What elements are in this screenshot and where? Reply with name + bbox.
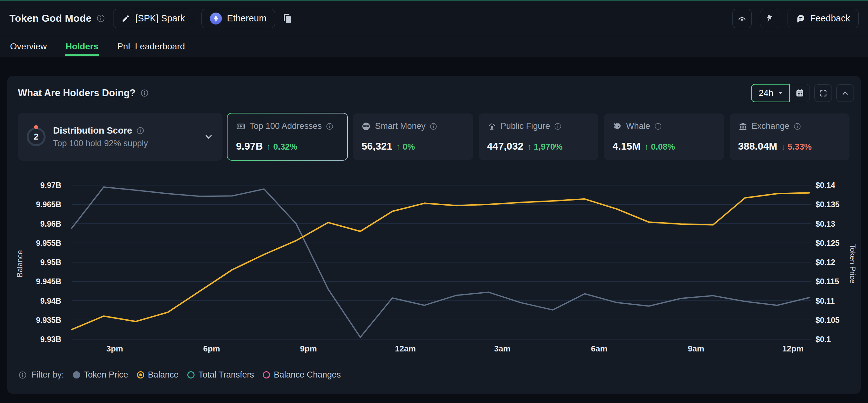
copy-icon[interactable] xyxy=(282,13,293,24)
tile-change: ↑ 0% xyxy=(396,142,415,152)
legend-item-total-transfers[interactable]: Total Transfers xyxy=(187,370,254,380)
svg-text:9pm: 9pm xyxy=(300,344,317,353)
chevron-down-icon[interactable] xyxy=(204,132,214,142)
tile-public-figure[interactable]: Public Figure 447,032 ↑ 1,970% xyxy=(478,113,599,161)
sunglasses-icon xyxy=(362,122,371,131)
card-controls: 24h xyxy=(751,84,854,102)
tile-change: ↑ 0.32% xyxy=(267,142,297,152)
timeframe-group: 24h xyxy=(751,84,810,102)
tile-change: ↑ 1,970% xyxy=(527,142,562,152)
legend-prefix: Filter by: xyxy=(19,370,64,380)
feedback-button[interactable]: Feedback xyxy=(787,9,859,28)
chat-bubble-icon xyxy=(796,14,805,23)
svg-text:3pm: 3pm xyxy=(106,344,123,353)
pin-icon xyxy=(765,14,774,23)
network-select-label: Ethereum xyxy=(227,13,267,24)
info-icon[interactable] xyxy=(96,14,105,23)
token-select-label: [SPK] Spark xyxy=(135,13,185,24)
tab-pnl-leaderboard[interactable]: PnL Leaderboard xyxy=(117,36,185,57)
distribution-text: Distribution Score Top 100 hold 92% supp… xyxy=(53,125,148,148)
chart-legend: Filter by: Token Price Balance Total Tra… xyxy=(19,370,341,380)
legend-item-balance-changes[interactable]: Balance Changes xyxy=(263,370,341,380)
legend-item-label: Balance xyxy=(148,370,179,380)
pin-button[interactable] xyxy=(760,9,779,28)
svg-text:$0.1: $0.1 xyxy=(815,335,831,344)
app-header: Token God Mode [SPK] Spark Ethereum Feed… xyxy=(0,1,868,36)
info-icon[interactable] xyxy=(554,123,562,130)
legend-marker xyxy=(73,371,80,378)
tile-change: ↓ 5.33% xyxy=(781,142,812,152)
svg-text:12am: 12am xyxy=(395,344,416,353)
collapse-button[interactable] xyxy=(836,84,854,102)
svg-text:6pm: 6pm xyxy=(203,344,220,353)
legend-item-label: Token Price xyxy=(84,370,128,380)
legend-marker xyxy=(137,371,144,378)
legend-prefix-label: Filter by: xyxy=(31,370,64,380)
distribution-title: Distribution Score xyxy=(53,125,132,136)
svg-text:9.93B: 9.93B xyxy=(40,335,61,344)
token-select-button[interactable]: [SPK] Spark xyxy=(113,9,193,28)
svg-text:$0.115: $0.115 xyxy=(815,277,839,286)
tile-label: Public Figure xyxy=(501,121,550,131)
tile-whale[interactable]: Whale 4.15M ↑ 0.08% xyxy=(603,113,724,161)
fullscreen-icon xyxy=(819,89,828,97)
eye-icon xyxy=(737,14,747,23)
svg-text:3am: 3am xyxy=(494,344,510,353)
info-icon[interactable] xyxy=(430,123,437,130)
svg-text:9am: 9am xyxy=(688,344,704,353)
calendar-icon xyxy=(795,88,805,98)
watch-button[interactable] xyxy=(732,9,752,28)
network-select-button[interactable]: Ethereum xyxy=(202,9,275,28)
tile-label: Whale xyxy=(626,121,650,131)
stat-tile-row: 2 Distribution Score Top 100 hold 92% su… xyxy=(18,113,850,161)
bank-icon xyxy=(738,122,748,131)
info-icon[interactable] xyxy=(141,89,149,97)
card-title: What Are Holders Doing? xyxy=(18,87,135,99)
tile-top-100-addresses[interactable]: Top 100 Addresses 9.97B ↑ 0.32% xyxy=(227,113,348,161)
svg-text:9.965B: 9.965B xyxy=(36,200,61,209)
card-header: What Are Holders Doing? 24h xyxy=(18,84,854,102)
calendar-button[interactable] xyxy=(790,84,810,102)
svg-text:9.96B: 9.96B xyxy=(40,219,61,228)
main-content: What Are Holders Doing? 24h xyxy=(0,57,868,394)
holders-chart: 9.97B$0.149.965B$0.1359.96B$0.139.955B$0… xyxy=(7,176,861,396)
score-marker-dot xyxy=(34,125,38,129)
info-icon[interactable] xyxy=(19,371,27,379)
legend-item-label: Balance Changes xyxy=(274,370,341,380)
tile-label: Top 100 Addresses xyxy=(250,121,322,131)
svg-text:$0.14: $0.14 xyxy=(815,181,835,190)
pencil-icon xyxy=(122,14,130,23)
tile-value: 9.97B xyxy=(236,141,263,152)
info-icon[interactable] xyxy=(326,123,334,130)
svg-text:9.94B: 9.94B xyxy=(40,297,61,305)
svg-text:$0.135: $0.135 xyxy=(815,200,840,209)
legend-marker xyxy=(263,371,270,378)
info-icon[interactable] xyxy=(136,127,144,134)
tab-holders[interactable]: Holders xyxy=(66,36,98,57)
legend-item-balance[interactable]: Balance xyxy=(137,370,179,380)
tab-overview[interactable]: Overview xyxy=(10,36,47,57)
legend-item-token-price[interactable]: Token Price xyxy=(73,370,128,380)
app-title-row: Token God Mode xyxy=(9,12,105,24)
svg-text:9.95B: 9.95B xyxy=(40,258,61,267)
svg-text:12pm: 12pm xyxy=(782,344,804,353)
svg-text:9.97B: 9.97B xyxy=(40,181,61,190)
timeframe-value: 24h xyxy=(758,88,773,98)
card-title-row: What Are Holders Doing? xyxy=(18,87,149,99)
holders-activity-card: What Are Holders Doing? 24h xyxy=(7,76,861,394)
timeframe-dropdown[interactable]: 24h xyxy=(751,84,790,102)
banknote-icon xyxy=(236,122,245,131)
info-icon[interactable] xyxy=(794,123,801,130)
distribution-subtitle: Top 100 hold 92% supply xyxy=(53,138,148,148)
info-icon[interactable] xyxy=(654,123,662,130)
svg-text:$0.11: $0.11 xyxy=(815,297,835,305)
svg-text:9.945B: 9.945B xyxy=(36,277,61,286)
fullscreen-button[interactable] xyxy=(814,84,832,102)
tile-exchange[interactable]: Exchange 388.04M ↓ 5.33% xyxy=(729,113,850,161)
legend-marker xyxy=(187,371,194,378)
tile-smart-money[interactable]: Smart Money 56,321 ↑ 0% xyxy=(352,113,473,161)
tile-label: Smart Money xyxy=(375,121,426,131)
svg-text:Balance: Balance xyxy=(16,250,24,278)
svg-text:$0.125: $0.125 xyxy=(815,239,840,247)
tile-distribution-score[interactable]: 2 Distribution Score Top 100 hold 92% su… xyxy=(18,113,222,161)
